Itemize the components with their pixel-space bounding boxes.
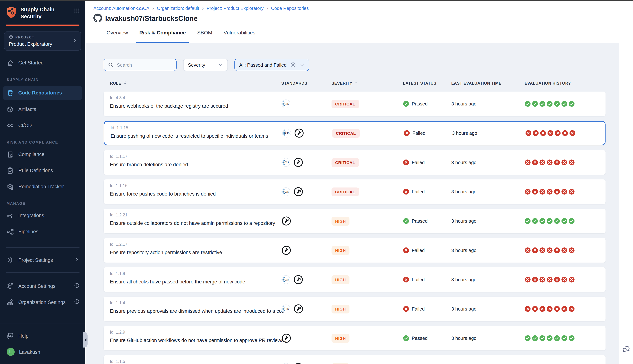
- history-fail-icon: [524, 247, 531, 254]
- app-grid-menu-icon[interactable]: [74, 8, 80, 16]
- table-row[interactable]: Id: 1.1.16 Ensure force pushes code to b…: [104, 180, 606, 204]
- evaluation-history: [525, 130, 605, 136]
- history-fail-icon: [554, 188, 560, 195]
- standards-cell: CIS: [281, 187, 332, 197]
- table-row[interactable]: Id: 1.1.17 Ensure branch deletions are d…: [104, 150, 606, 175]
- sidebar-divider: [6, 247, 80, 248]
- breadcrumb-link-account-automation-ssca[interactable]: Account: Automation-SSCA: [94, 6, 150, 11]
- standards-cell: [281, 245, 332, 255]
- sidebar-item-label: Code Repositories: [18, 90, 62, 96]
- search-input[interactable]: [116, 62, 172, 68]
- owasp-standard-icon: [281, 245, 291, 255]
- status-filter[interactable]: All: Passed and Failed: [234, 58, 309, 71]
- sidebar-collapse-handle[interactable]: [83, 332, 88, 348]
- history-fail-icon: [561, 159, 568, 166]
- owasp-standard-icon: [281, 333, 291, 343]
- sidebar-item-help[interactable]: ? Help: [0, 329, 85, 342]
- rule-name: Ensure repository action permissions are…: [110, 250, 281, 255]
- rule-name: Ensure branch deletions are denied: [110, 162, 281, 167]
- tab-overview[interactable]: Overview: [106, 27, 129, 43]
- severity-cell: HIGH: [332, 363, 403, 364]
- evaluation-history: [524, 159, 606, 166]
- history-fail-icon: [539, 247, 546, 254]
- project-selector[interactable]: PROJECT Product Exploratory: [4, 31, 81, 50]
- project-cube-icon: [9, 34, 13, 40]
- history-pass-icon: [524, 101, 531, 107]
- sidebar-item-label: Rule Definitions: [18, 168, 53, 173]
- column-rule[interactable]: RULE: [110, 80, 281, 86]
- user-name: Lavakush: [19, 349, 40, 355]
- sidebar-item-label: Remediation Tracker: [18, 184, 64, 189]
- rule-cell: Id: 1.2.21 Ensure outside collaborators …: [110, 209, 281, 226]
- sort-desc-icon[interactable]: [354, 81, 358, 86]
- svg-text:CIS: CIS: [285, 132, 290, 134]
- sidebar-item-code-repositories[interactable]: </>Code Repositories: [3, 86, 82, 100]
- sidebar-item-integrations[interactable]: Integrations: [0, 209, 85, 222]
- sidebar-item-rule-definitions[interactable]: Rule Definitions: [0, 164, 85, 177]
- avatar: L: [6, 348, 15, 356]
- svg-text:CIS: CIS: [284, 190, 289, 193]
- sidebar-item-project-settings[interactable]: Project Settings: [0, 254, 85, 266]
- breadcrumb-link-organization-default[interactable]: Organization: default: [157, 6, 199, 11]
- tab-risk-compliance[interactable]: Risk & Compliance: [139, 27, 187, 43]
- help-label: Help: [18, 333, 28, 338]
- table-row[interactable]: Id: 1.1.4 Ensure previous approvals are …: [104, 296, 606, 321]
- rule-name: Ensure outside collaborators do not have…: [110, 220, 281, 226]
- column-standards: STANDARDS: [281, 81, 332, 85]
- breadcrumb-link-project-product-exploratory[interactable]: Project: Product Exploratory: [206, 6, 264, 11]
- clear-filter-icon[interactable]: [290, 62, 296, 68]
- table-row[interactable]: Id: 1.1.15 Ensure pushing of new code is…: [104, 121, 606, 146]
- history-fail-icon: [524, 306, 531, 312]
- sidebar-item-compliance[interactable]: Compliance: [0, 148, 85, 161]
- code-repo-icon: </>: [6, 89, 14, 96]
- table-body: Id: 4.3.4 Ensure webhooks of the package…: [104, 92, 606, 364]
- severity-cell: CRITICAL: [332, 187, 403, 196]
- breadcrumb-link-code-repositories[interactable]: Code Repositories: [271, 6, 309, 11]
- chat-support-icon[interactable]: [622, 344, 630, 354]
- section-label-manage: MANAGE: [6, 201, 85, 205]
- sidebar-item-artifacts[interactable]: Artifacts: [0, 103, 85, 116]
- cis-standard-icon: CIS: [281, 363, 290, 364]
- history-fail-icon: [539, 276, 546, 283]
- sidebar-item-pipelines[interactable]: Pipelines: [0, 225, 85, 238]
- sidebar-item-account-settings[interactable]: Account Settings: [0, 280, 85, 292]
- chevron-right-icon: [74, 257, 80, 263]
- info-icon[interactable]: [74, 299, 80, 306]
- sidebar-item-organization-settings[interactable]: Organization Settings: [0, 296, 85, 309]
- owasp-standard-icon: [281, 216, 291, 226]
- column-severity[interactable]: SEVERITY: [332, 81, 403, 86]
- sidebar-item-remediation-tracker[interactable]: Remediation Tracker: [0, 180, 85, 193]
- info-icon[interactable]: [74, 283, 80, 289]
- rule-name: Ensure all checks have passed before the…: [110, 279, 281, 284]
- history-pass-icon: [539, 218, 546, 224]
- pipeline-icon: [6, 228, 14, 235]
- layers-gear-icon: [6, 282, 14, 290]
- status-icon: [403, 101, 409, 107]
- history-pass-icon: [532, 218, 538, 224]
- table-row[interactable]: Id: 4.3.4 Ensure webhooks of the package…: [104, 92, 606, 116]
- tab-vulnerabilities[interactable]: Vulnerabilities: [223, 27, 256, 43]
- table-row[interactable]: Id: 1.2.17 Ensure repository action perm…: [104, 238, 606, 262]
- table-row[interactable]: Id: 1.1.5 CIS HIGH Failed 3 hours ago: [104, 355, 606, 364]
- sidebar-item-label: Integrations: [18, 213, 44, 218]
- sidebar-item-label: Compliance: [18, 152, 44, 157]
- history-pass-icon: [554, 101, 560, 107]
- table-row[interactable]: Id: 1.2.9 Ensure GitHub action workflows…: [104, 326, 606, 350]
- history-fail-icon: [561, 247, 568, 254]
- tab-sbom[interactable]: SBOM: [196, 27, 213, 43]
- column-latest-status: LATEST STATUS: [403, 81, 451, 85]
- clipboard-check-icon: [6, 167, 14, 174]
- user-menu[interactable]: L Lavakush: [0, 345, 85, 358]
- sidebar-item-get-started[interactable]: Get Started: [0, 56, 85, 70]
- history-fail-icon: [539, 306, 546, 312]
- table-row[interactable]: Id: 1.2.21 Ensure outside collaborators …: [104, 209, 606, 233]
- severity-cell: HIGH: [332, 334, 403, 342]
- table-row[interactable]: Id: 1.1.9 Ensure all checks have passed …: [104, 267, 606, 292]
- sort-icon[interactable]: [123, 80, 127, 86]
- standards-cell: CIS: [281, 99, 332, 108]
- severity-badge: HIGH: [332, 275, 350, 284]
- severity-filter[interactable]: Severity: [183, 58, 228, 71]
- history-pass-icon: [546, 335, 553, 341]
- sidebar-item-ci-cd[interactable]: CI/CD: [0, 119, 85, 132]
- rule-cell: Id: 4.3.4 Ensure webhooks of the package…: [110, 92, 281, 109]
